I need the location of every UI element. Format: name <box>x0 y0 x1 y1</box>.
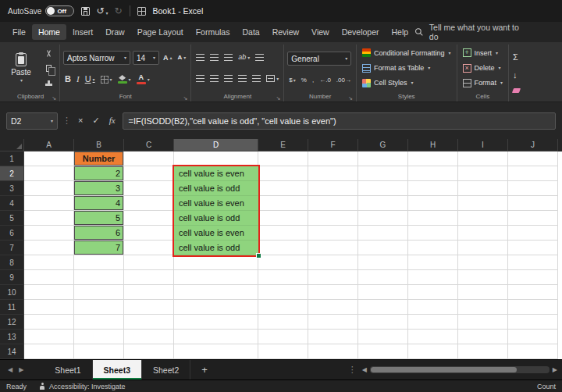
cell-E13[interactable] <box>258 330 308 344</box>
cell-I12[interactable] <box>458 315 508 330</box>
fill-button[interactable]: ↓ <box>511 70 519 80</box>
cell-G8[interactable] <box>358 255 408 270</box>
cell-J6[interactable] <box>508 226 558 241</box>
cell-H10[interactable] <box>408 285 458 300</box>
align-left-button[interactable] <box>194 74 206 83</box>
cut-button[interactable] <box>41 47 56 59</box>
row-header-2[interactable]: 2 <box>0 166 24 181</box>
font-color-button[interactable]: A▾ <box>135 73 151 85</box>
comma-style-button[interactable]: , <box>311 77 315 84</box>
dialog-launcher-icon[interactable]: ↘ <box>183 95 187 101</box>
cell-I6[interactable] <box>458 226 508 241</box>
cell-C12[interactable] <box>124 315 174 330</box>
align-bottom-button[interactable] <box>222 53 234 62</box>
dialog-launcher-icon[interactable]: ↘ <box>276 95 280 101</box>
column-header-C[interactable]: C <box>124 139 174 151</box>
number-format-select[interactable]: General▾ <box>287 52 351 66</box>
column-header-D[interactable]: D <box>174 139 258 151</box>
cell-G6[interactable] <box>358 226 408 241</box>
menu-tab-page-layout[interactable]: Page Layout <box>131 24 190 40</box>
align-center-button[interactable] <box>208 74 220 83</box>
formula-input[interactable]: =IF(ISODD(B2),"cell value is odd", "cell… <box>123 112 556 130</box>
cell-F3[interactable] <box>308 181 358 196</box>
menu-tab-draw[interactable]: Draw <box>99 24 131 40</box>
cell-F14[interactable] <box>308 344 358 359</box>
undo-button[interactable]: ↺▾ <box>96 6 108 16</box>
sheet-tab-sheet3[interactable]: Sheet3 <box>93 360 142 380</box>
column-header-B[interactable]: B <box>74 139 124 151</box>
cell-G2[interactable] <box>358 166 408 181</box>
decrease-indent-button[interactable] <box>237 74 248 83</box>
cell-D14[interactable] <box>174 344 258 359</box>
clear-button[interactable] <box>511 87 521 94</box>
scrollbar-thumb[interactable] <box>371 367 517 372</box>
row-header-7[interactable]: 7 <box>0 241 24 255</box>
cell-H13[interactable] <box>408 330 458 344</box>
tab-scroll-right-icon[interactable]: ▶ <box>16 366 27 373</box>
fill-color-button[interactable]: ▾ <box>116 74 133 84</box>
row-header-3[interactable]: 3 <box>0 181 24 196</box>
enter-button[interactable]: ✓ <box>90 116 101 125</box>
row-header-8[interactable]: 8 <box>0 255 24 270</box>
conditional-formatting-button[interactable]: Conditional Formatting ▾ <box>360 46 454 59</box>
accessibility-status[interactable]: Accessibility: Investigate <box>39 383 126 390</box>
cell-D1[interactable] <box>174 151 258 166</box>
new-sheet-button[interactable]: + <box>201 365 208 375</box>
cell-I14[interactable] <box>458 344 508 359</box>
cell-E7[interactable] <box>258 241 308 255</box>
name-box[interactable]: D2 ▾ <box>6 112 58 130</box>
row-header-4[interactable]: 4 <box>0 196 24 211</box>
cell-J3[interactable] <box>508 181 558 196</box>
cell-I11[interactable] <box>458 300 508 315</box>
align-middle-button[interactable] <box>208 53 220 62</box>
cell-G12[interactable] <box>358 315 408 330</box>
cell-I3[interactable] <box>458 181 508 196</box>
cell-E6[interactable] <box>258 226 308 241</box>
dialog-launcher-icon[interactable]: ↘ <box>52 95 56 101</box>
cell-B10[interactable] <box>74 285 124 300</box>
cell-G3[interactable] <box>358 181 408 196</box>
menu-tab-data[interactable]: Data <box>236 24 265 40</box>
cell-G4[interactable] <box>358 196 408 211</box>
cell-H3[interactable] <box>408 181 458 196</box>
cell-J1[interactable] <box>508 151 558 166</box>
accounting-format-button[interactable]: $▾ <box>287 77 297 84</box>
autosave-switch[interactable]: Off <box>45 5 74 16</box>
sheet-tab-sheet1[interactable]: Sheet1 <box>44 360 92 380</box>
cell-D13[interactable] <box>174 330 258 344</box>
column-header-J[interactable]: J <box>508 139 558 151</box>
insert-cells-button[interactable]: Insert ▾ <box>461 46 506 59</box>
cell-H1[interactable] <box>408 151 458 166</box>
cell-C14[interactable] <box>124 344 174 359</box>
cell-D4[interactable]: cell value is even <box>174 196 258 211</box>
cell-F1[interactable] <box>308 151 358 166</box>
cell-G7[interactable] <box>358 241 408 255</box>
font-name-select[interactable]: Aptos Narrow▾ <box>63 51 130 65</box>
row-header-5[interactable]: 5 <box>0 211 24 226</box>
insert-function-button[interactable]: fx <box>107 116 118 125</box>
cell-F10[interactable] <box>308 285 358 300</box>
cell-A8[interactable] <box>24 255 74 270</box>
cell-I10[interactable] <box>458 285 508 300</box>
cell-B14[interactable] <box>74 344 124 359</box>
increase-indent-button[interactable] <box>251 74 262 83</box>
cell-D5[interactable]: cell value is odd <box>174 211 258 226</box>
underline-button[interactable]: U▾ <box>84 74 97 84</box>
cell-E12[interactable] <box>258 315 308 330</box>
percent-style-button[interactable]: % <box>300 77 308 84</box>
sheet-tab-sheet2[interactable]: Sheet2 <box>142 360 190 380</box>
cell-E11[interactable] <box>258 300 308 315</box>
cell-B3[interactable]: 3 <box>74 181 124 196</box>
row-header-1[interactable]: 1 <box>0 151 24 166</box>
cell-E2[interactable] <box>258 166 308 181</box>
row-header-13[interactable]: 13 <box>0 330 24 344</box>
cell-E9[interactable] <box>258 270 308 285</box>
cell-B6[interactable]: 6 <box>74 226 124 241</box>
cell-E8[interactable] <box>258 255 308 270</box>
decrease-decimal-button[interactable]: .00→ <box>335 77 353 84</box>
autosave-toggle[interactable]: AutoSave Off <box>8 5 74 16</box>
cell-D6[interactable]: cell value is even <box>174 226 258 241</box>
cell-F8[interactable] <box>308 255 358 270</box>
select-all-corner[interactable] <box>0 139 24 151</box>
italic-button[interactable]: I <box>75 74 81 84</box>
